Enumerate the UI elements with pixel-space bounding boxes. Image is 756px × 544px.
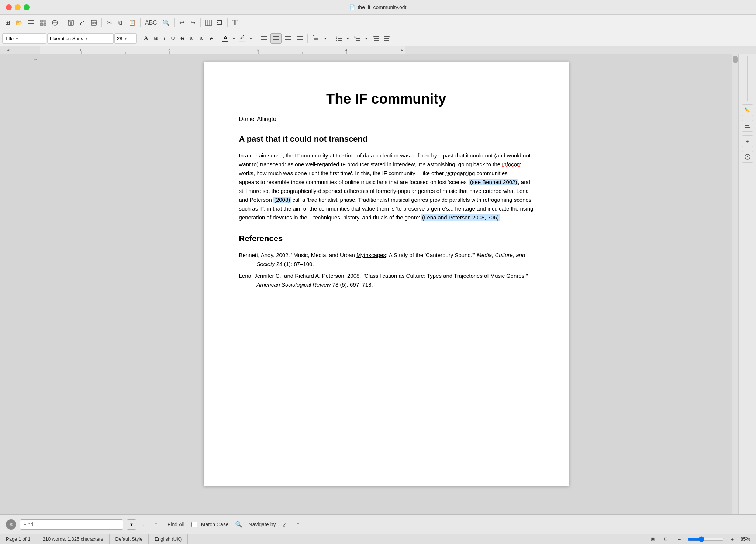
properties-panel-button[interactable]: ✏️: [742, 104, 753, 116]
svg-text:3.: 3.: [354, 39, 356, 41]
font-color-button[interactable]: A: [221, 33, 230, 44]
clear-format-button[interactable]: A: [207, 33, 216, 44]
font-color-dropdown[interactable]: ▼: [231, 33, 237, 44]
svg-rect-30: [286, 38, 291, 38]
bold-button[interactable]: A: [141, 33, 151, 44]
align-justify-button[interactable]: [294, 33, 305, 44]
main-area: ↔ The IF community Daniel Allington A pa…: [0, 54, 756, 514]
cut-button[interactable]: ✂: [104, 18, 114, 28]
maximize-button[interactable]: [24, 4, 30, 10]
bullet-list-button[interactable]: [333, 33, 344, 44]
zoom-in-button[interactable]: +: [727, 536, 738, 543]
navigator-panel-button[interactable]: [742, 151, 753, 163]
subscript-button[interactable]: ab: [197, 33, 207, 44]
doc-scroll[interactable]: The IF community Daniel Allington A past…: [40, 54, 732, 514]
svg-rect-57: [384, 40, 389, 41]
superscript-button[interactable]: ab: [187, 33, 197, 44]
text-button[interactable]: T: [230, 18, 240, 28]
align-left-button[interactable]: [259, 33, 270, 44]
font-dropdown[interactable]: Liberation Sans ▼: [47, 33, 114, 44]
window-title: the_if_community.odt: [358, 4, 406, 10]
svg-text:1: 1: [80, 48, 82, 52]
zoom-out-button[interactable]: −: [674, 536, 684, 543]
align-right-button[interactable]: [282, 33, 293, 44]
align-center-button[interactable]: [270, 33, 282, 44]
navigate-by-label: Navigate by: [249, 522, 276, 527]
status-bar: Page 1 of 1 210 words, 1,325 characters …: [0, 534, 756, 544]
open-button[interactable]: 📂: [13, 18, 25, 28]
close-button[interactable]: [6, 4, 12, 10]
svg-text:►: ►: [400, 48, 404, 52]
italic-button[interactable]: I: [161, 33, 168, 44]
size-dropdown[interactable]: 28 ▼: [114, 33, 137, 44]
bullet-list-dropdown[interactable]: ▼: [345, 33, 351, 44]
language-section: English (UK): [149, 534, 188, 544]
style-dropdown[interactable]: Title ▼: [2, 33, 46, 44]
view-normal-button[interactable]: ▣: [648, 535, 658, 543]
redo-button[interactable]: ↪: [188, 18, 198, 28]
styles-panel-button[interactable]: [742, 120, 753, 132]
image-button[interactable]: 🖼: [215, 18, 225, 28]
retrogaming2-underline: retrogaming: [483, 197, 512, 203]
underline-button[interactable]: U: [169, 33, 177, 44]
find-input[interactable]: [20, 519, 123, 530]
svg-rect-1: [28, 22, 33, 22]
svg-text:PDF: PDF: [92, 22, 97, 25]
peterson-highlight: (2008): [273, 197, 291, 203]
infocom-underline: Infocom: [502, 161, 521, 167]
match-case-checkbox[interactable]: [191, 522, 197, 527]
find-next-button[interactable]: ↑: [152, 519, 160, 530]
right-panel-separator: [747, 56, 748, 101]
scroll-thumb[interactable]: [733, 56, 738, 63]
print-button[interactable]: 🖨: [77, 18, 87, 28]
svg-rect-23: [261, 39, 267, 40]
styles-button[interactable]: [26, 18, 37, 28]
indent-decrease-button[interactable]: [370, 33, 381, 44]
find-bar: ✕ ▼ ↓ ↑ Find All Match Case 🔍 Navigate b…: [0, 514, 756, 534]
line-spacing-dropdown[interactable]: ▼: [322, 33, 328, 44]
svg-rect-2: [28, 23, 34, 24]
bold-b-button[interactable]: B: [152, 33, 160, 44]
zoom-slider[interactable]: [687, 536, 724, 542]
new-button[interactable]: ⊞: [2, 18, 13, 28]
numbered-list-button[interactable]: 1.2.3.: [352, 33, 363, 44]
zoom-level: 85%: [741, 536, 750, 542]
paste-button[interactable]: 📋: [126, 18, 138, 28]
numbered-list-dropdown[interactable]: ▼: [363, 33, 369, 44]
indent-increase-button[interactable]: [382, 33, 393, 44]
find-all-button[interactable]: Find All: [164, 519, 188, 530]
find-options-dropdown[interactable]: ▼: [127, 519, 136, 530]
minimize-button[interactable]: [15, 4, 21, 10]
svg-rect-74: [745, 124, 750, 124]
body-paragraph: In a certain sense, the IF community at …: [239, 151, 534, 222]
ref1-journal: Media, Culture, and Society: [257, 252, 525, 267]
undo-button[interactable]: ↩: [177, 18, 187, 28]
scrollbar[interactable]: [732, 54, 738, 514]
find-replace-button[interactable]: 🔍: [160, 18, 172, 28]
spellcheck-button[interactable]: ABC: [143, 18, 159, 28]
highlight-color-button[interactable]: 🖊: [238, 33, 247, 44]
find-prev-button[interactable]: ↓: [140, 519, 148, 530]
navigator-button[interactable]: [49, 18, 61, 28]
title-bar-text: 📄 the_if_community.odt: [349, 4, 406, 10]
table-button[interactable]: [203, 18, 214, 28]
find-search-options-button[interactable]: 🔍: [232, 519, 245, 530]
svg-rect-51: [356, 40, 360, 41]
page-info: Page 1 of 1: [6, 536, 31, 542]
svg-text:2: 2: [168, 48, 170, 52]
copy-button[interactable]: ⧉: [115, 18, 125, 28]
strikethrough-button[interactable]: S: [178, 33, 187, 44]
document-icon: 📄: [349, 4, 355, 10]
gallery-button[interactable]: [38, 18, 49, 28]
svg-rect-13: [70, 22, 72, 25]
save-button[interactable]: [65, 18, 76, 28]
line-spacing-button[interactable]: [310, 33, 322, 44]
view-web-button[interactable]: ⊟: [661, 535, 671, 543]
svg-rect-53: [374, 38, 379, 39]
find-close-button[interactable]: ✕: [6, 519, 16, 530]
navigate-prev-button[interactable]: ↙: [279, 519, 290, 530]
navigate-next-button[interactable]: ↑: [294, 519, 302, 530]
pdf-export-button[interactable]: PDF: [88, 18, 99, 28]
gallery-panel-button[interactable]: ⊞: [742, 135, 753, 147]
highlight-color-dropdown[interactable]: ▼: [248, 33, 254, 44]
